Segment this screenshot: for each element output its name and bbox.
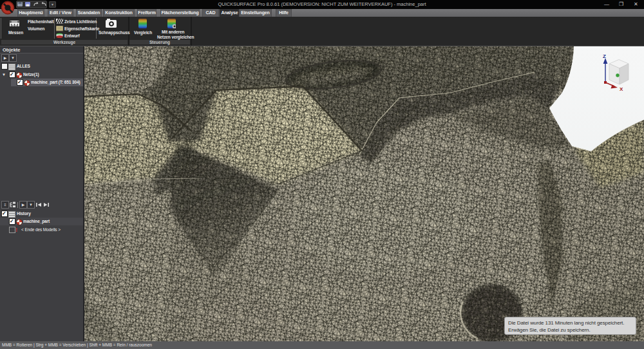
svg-text:X: X xyxy=(620,86,623,92)
svg-text:Z: Z xyxy=(603,53,606,59)
